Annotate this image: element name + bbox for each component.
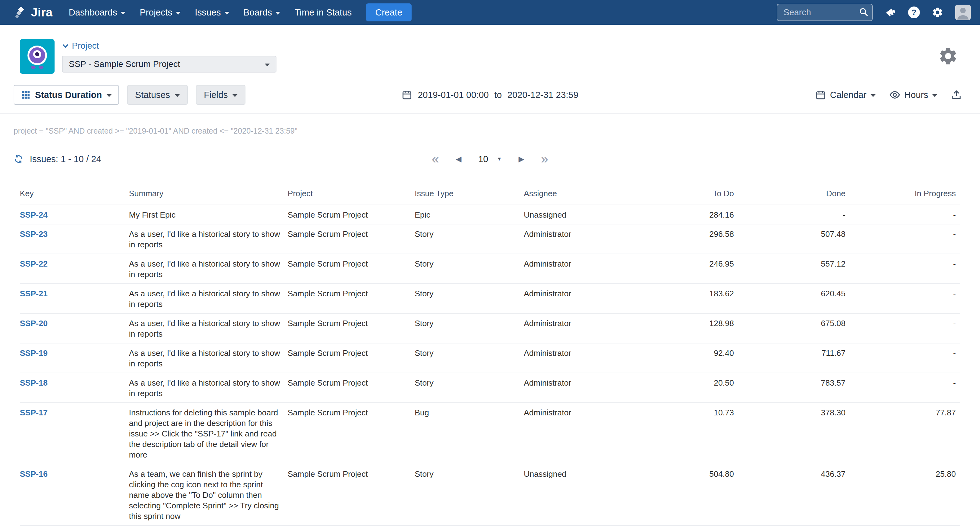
assignee-cell: Unassigned — [524, 205, 626, 224]
report-settings-gear-icon[interactable] — [938, 46, 958, 74]
fields-button[interactable]: Fields — [196, 85, 245, 105]
project-cell: Sample Scrum Project — [288, 373, 415, 403]
create-button[interactable]: Create — [366, 3, 412, 21]
chevron-down-icon — [224, 12, 229, 14]
assignee-cell: Administrator — [524, 343, 626, 373]
column-header-assignee[interactable]: Assignee — [524, 182, 626, 205]
nav-item-boards[interactable]: Boards — [243, 8, 280, 17]
issue-key-link[interactable]: SSP-22 — [20, 259, 48, 269]
refresh-icon[interactable] — [14, 154, 24, 164]
done-cell: 557.12 — [738, 254, 850, 284]
settings-gear-icon[interactable] — [932, 6, 943, 18]
calendar-dropdown[interactable]: Calendar — [815, 90, 875, 100]
project-section-label: Project — [72, 41, 99, 51]
calendar-icon — [402, 90, 412, 100]
assignee-cell: Administrator — [524, 403, 626, 464]
column-header-project[interactable]: Project — [288, 182, 415, 205]
export-button[interactable] — [951, 89, 962, 100]
project-cell: Sample Scrum Project — [288, 403, 415, 464]
column-header-issue-type[interactable]: Issue Type — [415, 182, 524, 205]
issue-key-link[interactable]: SSP-16 — [20, 469, 48, 479]
issue-key-link[interactable]: SSP-24 — [20, 210, 48, 219]
todo-cell: 10.73 — [626, 403, 738, 464]
issue-type-cell: Story — [415, 464, 524, 525]
report-type-label: Status Duration — [35, 90, 102, 100]
fields-label: Fields — [204, 90, 228, 100]
issue-row: SSP-22As a user, I'd like a historical s… — [20, 254, 960, 284]
chevron-down-icon — [175, 94, 180, 97]
column-header-in-progress[interactable]: In Progress — [850, 182, 960, 205]
chevron-down-icon — [870, 94, 875, 97]
user-avatar[interactable] — [955, 5, 971, 20]
calendar-dropdown-label: Calendar — [830, 90, 867, 100]
done-cell: 378.30 — [738, 403, 850, 464]
project-avatar — [20, 39, 54, 74]
issue-row: SSP-21As a user, I'd like a historical s… — [20, 284, 960, 313]
issue-key-link[interactable]: SSP-21 — [20, 289, 48, 298]
issue-key-link[interactable]: SSP-20 — [20, 319, 48, 328]
issue-type-cell: Story — [415, 284, 524, 313]
report-type-button[interactable]: Status Duration — [14, 85, 119, 105]
project-select-value: SSP - Sample Scrum Project — [69, 59, 180, 69]
first-page-button[interactable]: « — [432, 153, 439, 165]
issue-key-link[interactable]: SSP-17 — [20, 408, 48, 417]
hours-dropdown-label: Hours — [904, 90, 928, 100]
table-header-row: KeySummaryProjectIssue TypeAssigneeTo Do… — [20, 182, 960, 205]
issue-key-link[interactable]: SSP-19 — [20, 348, 48, 358]
project-section-toggle[interactable]: Project — [62, 41, 277, 51]
column-header-key[interactable]: Key — [20, 182, 129, 205]
project-cell: Sample Scrum Project — [288, 254, 415, 284]
column-header-to-do[interactable]: To Do — [626, 182, 738, 205]
page-size-select[interactable]: 10 ▼ — [478, 154, 502, 164]
hours-dropdown[interactable]: Hours — [889, 89, 937, 100]
help-icon[interactable]: ? — [908, 6, 920, 18]
nav-item-label: Boards — [243, 8, 272, 17]
issues-count-label: Issues: 1 - 10 / 24 — [30, 154, 101, 164]
eye-icon — [889, 89, 900, 100]
issue-key-link[interactable]: SSP-18 — [20, 378, 48, 388]
issues-count: Issues: 1 - 10 / 24 — [14, 150, 101, 169]
summary-cell: My First Epic — [129, 205, 288, 224]
issue-key-link[interactable]: SSP-23 — [20, 229, 48, 239]
nav-right: ? — [777, 4, 971, 21]
calendar-icon — [815, 90, 826, 100]
statuses-button[interactable]: Statuses — [127, 85, 188, 105]
prev-page-button[interactable]: ◀ — [456, 155, 461, 163]
assignee-cell: Administrator — [524, 373, 626, 403]
nav-item-dashboards[interactable]: Dashboards — [69, 8, 126, 17]
done-cell: 783.57 — [738, 373, 850, 403]
date-range[interactable]: 2019-01-01 00:00 to 2020-12-31 23:59 — [402, 90, 578, 100]
todo-cell: 246.95 — [626, 254, 738, 284]
issue-type-cell: Story — [415, 224, 524, 254]
column-header-done[interactable]: Done — [738, 182, 850, 205]
issue-key-cell: SSP-19 — [20, 343, 129, 373]
feedback-megaphone-icon[interactable] — [883, 5, 897, 19]
jira-logo-icon — [14, 6, 27, 19]
date-separator: to — [494, 90, 502, 100]
todo-cell: 183.62 — [626, 284, 738, 313]
assignee-cell: Unassigned — [524, 464, 626, 525]
issue-type-cell: Bug — [415, 403, 524, 464]
nav-item-issues[interactable]: Issues — [195, 8, 229, 17]
column-header-summary[interactable]: Summary — [129, 182, 288, 205]
next-page-button[interactable]: ▶ — [519, 155, 524, 163]
nav-item-label: Issues — [195, 8, 221, 17]
done-cell: 436.37 — [738, 464, 850, 525]
nav-item-time-in-status[interactable]: Time in Status — [294, 8, 352, 17]
done-cell: 711.67 — [738, 343, 850, 373]
todo-cell: 92.40 — [626, 343, 738, 373]
issue-key-cell: SSP-24 — [20, 205, 129, 224]
primary-nav: DashboardsProjectsIssuesBoardsTime in St… — [69, 8, 352, 17]
nav-item-projects[interactable]: Projects — [140, 8, 181, 17]
jira-home-link[interactable]: Jira — [14, 6, 52, 19]
project-select[interactable]: SSP - Sample Scrum Project — [62, 56, 277, 73]
last-page-button[interactable]: » — [541, 153, 548, 165]
issue-key-cell: SSP-23 — [20, 224, 129, 254]
issues-table: KeySummaryProjectIssue TypeAssigneeTo Do… — [20, 182, 960, 526]
search-icon[interactable] — [859, 7, 869, 17]
chevron-down-icon — [62, 43, 69, 48]
summary-cell: As a user, I'd like a historical story t… — [129, 343, 288, 373]
chevron-down-icon — [176, 12, 181, 14]
inprogress-cell: - — [850, 205, 960, 224]
issue-type-cell: Story — [415, 254, 524, 284]
